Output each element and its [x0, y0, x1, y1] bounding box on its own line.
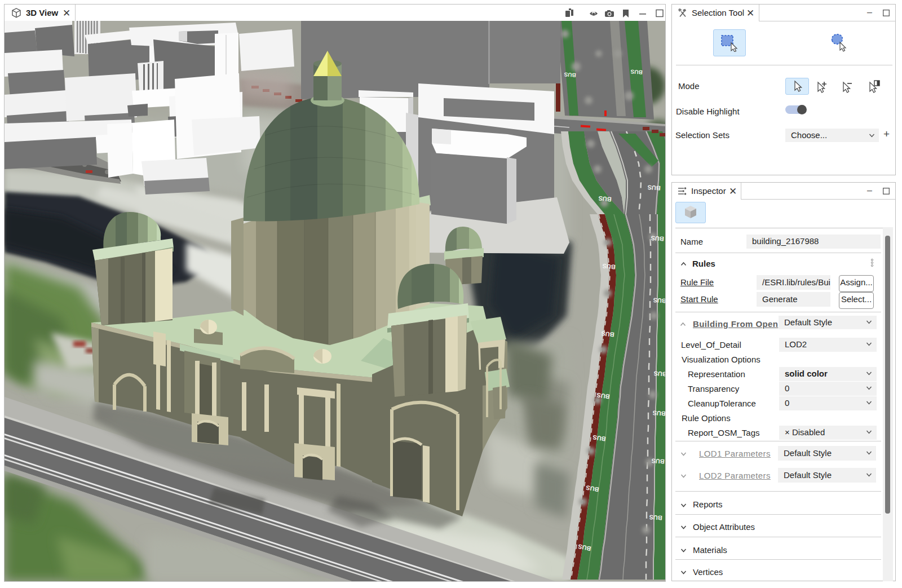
svg-text:BUS: BUS [649, 514, 662, 521]
svg-text:BUS: BUS [602, 263, 616, 271]
svg-text:BUS: BUS [652, 409, 665, 417]
svg-text:BUS: BUS [647, 184, 661, 192]
svg-text:BUS: BUS [564, 72, 576, 78]
svg-text:BUS: BUS [653, 297, 665, 304]
svg-text:BUS: BUS [653, 370, 665, 378]
svg-text:BUS: BUS [651, 457, 665, 465]
svg-text:BUS: BUS [630, 69, 643, 76]
svg-text:BUS: BUS [601, 330, 614, 338]
svg-text:BUS: BUS [651, 235, 664, 242]
svg-text:BUS: BUS [598, 195, 612, 203]
